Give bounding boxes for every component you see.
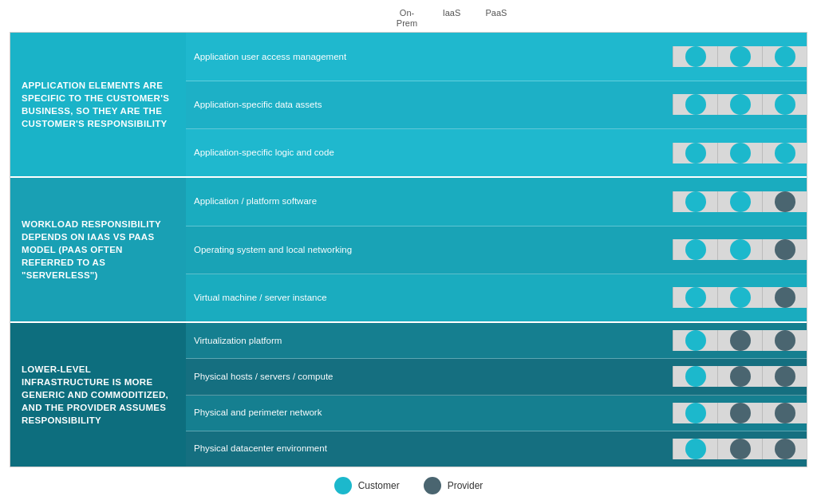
cell-onprem	[673, 94, 717, 115]
cell-iaas	[717, 366, 762, 387]
cell-paas	[762, 403, 807, 423]
cell-onprem	[673, 191, 717, 212]
circles-platform-software	[673, 191, 807, 212]
cell-onprem	[673, 403, 717, 423]
row-os-networking: Operating system and local networking	[186, 226, 807, 274]
row-logic-code: Application-specific logic and code	[186, 129, 807, 176]
circle-dark	[775, 330, 795, 351]
cell-onprem	[673, 366, 717, 387]
circle-cyan	[775, 94, 795, 115]
section-3-rows: Virtualization platform Physical hosts /…	[186, 323, 807, 467]
cell-onprem	[673, 287, 717, 308]
circles-user-access	[673, 46, 807, 67]
row-user-access: Application user access management	[186, 33, 807, 81]
circles-virtualization	[673, 330, 807, 351]
section-2-label: WORKLOAD RESPONSIBILITY DEPENDS ON IAAS …	[10, 178, 186, 321]
cell-onprem	[673, 239, 717, 260]
circle-cyan	[730, 143, 751, 163]
circle-cyan	[775, 46, 795, 67]
circle-dark	[775, 287, 795, 308]
cell-iaas	[717, 143, 762, 163]
circle-cyan	[685, 94, 706, 115]
cell-paas	[762, 143, 807, 163]
circle-dark	[775, 191, 795, 212]
legend: Customer Provider	[10, 471, 807, 498]
cell-paas	[762, 239, 807, 260]
circles-datacenter	[673, 439, 807, 459]
main-grid: APPLICATION ELEMENTS ARE SPECIFIC TO THE…	[10, 32, 807, 467]
section-1-label: APPLICATION ELEMENTS ARE SPECIFIC TO THE…	[10, 33, 186, 176]
cell-iaas	[717, 46, 762, 67]
section-2-rows: Application / platform software Operatin…	[186, 178, 807, 321]
cell-paas	[762, 439, 807, 459]
row-label-perimeter-network: Physical and perimeter network	[186, 402, 673, 423]
circles-logic-code	[673, 143, 807, 163]
row-label-logic-code: Application-specific logic and code	[186, 142, 673, 163]
cell-paas	[762, 191, 807, 212]
row-datacenter: Physical datacenter environment	[186, 431, 807, 467]
cell-paas	[762, 46, 807, 67]
legend-provider: Provider	[424, 477, 483, 494]
circle-dark	[730, 366, 751, 387]
row-label-user-access: Application user access management	[186, 46, 673, 68]
row-label-platform-software: Application / platform software	[186, 191, 673, 212]
circle-dark	[775, 239, 795, 260]
cell-iaas	[717, 330, 762, 351]
cell-iaas	[717, 287, 762, 308]
circle-cyan	[730, 46, 751, 67]
col-header-onprem: On-Prem	[385, 8, 429, 30]
circle-dark	[730, 439, 751, 459]
section-1-rows: Application user access management Appli…	[186, 33, 807, 176]
circle-cyan	[730, 191, 751, 212]
circle-cyan	[685, 439, 706, 459]
row-label-os-networking: Operating system and local networking	[186, 239, 673, 261]
cell-iaas	[717, 94, 762, 115]
circle-cyan	[775, 143, 795, 163]
cell-paas	[762, 287, 807, 308]
row-virtualization: Virtualization platform	[186, 323, 807, 359]
row-platform-software: Application / platform software	[186, 178, 807, 226]
circle-cyan	[730, 239, 751, 260]
cell-paas	[762, 366, 807, 387]
row-label-datacenter: Physical datacenter environment	[186, 438, 673, 459]
circle-cyan	[685, 191, 706, 212]
cell-iaas	[717, 439, 762, 459]
cell-onprem	[673, 439, 717, 459]
legend-customer-label: Customer	[358, 480, 400, 491]
cell-iaas	[717, 191, 762, 212]
circle-cyan	[685, 287, 706, 308]
main-container: On-Prem IaaS PaaS APPLICATION ELEMENTS A…	[0, 0, 817, 504]
row-data-assets: Application-specific data assets	[186, 81, 807, 129]
row-label-data-assets: Application-specific data assets	[186, 94, 673, 116]
circle-dark	[730, 330, 751, 351]
legend-circle-dark	[424, 477, 441, 494]
row-perimeter-network: Physical and perimeter network	[186, 396, 807, 431]
circles-vm-server	[673, 287, 807, 308]
legend-provider-label: Provider	[448, 480, 483, 491]
row-label-virtualization: Virtualization platform	[186, 330, 673, 352]
section-provider-responsibility: LOWER-LEVEL INFRASTRUCTURE IS MORE GENER…	[10, 323, 807, 467]
row-label-vm-server: Virtual machine / server instance	[186, 287, 673, 309]
circle-cyan	[730, 94, 751, 115]
circle-cyan	[685, 239, 706, 260]
cell-onprem	[673, 143, 717, 163]
row-vm-server: Virtual machine / server instance	[186, 274, 807, 321]
row-label-physical-hosts: Physical hosts / servers / compute	[186, 366, 673, 388]
circle-cyan	[685, 46, 706, 67]
circle-cyan	[685, 366, 706, 387]
circles-data-assets	[673, 94, 807, 115]
circle-cyan	[685, 330, 706, 351]
cell-paas	[762, 94, 807, 115]
cell-iaas	[717, 239, 762, 260]
cell-onprem	[673, 330, 717, 351]
row-physical-hosts: Physical hosts / servers / compute	[186, 359, 807, 395]
cell-iaas	[717, 403, 762, 423]
section-customer-responsibility: APPLICATION ELEMENTS ARE SPECIFIC TO THE…	[10, 33, 807, 178]
section-3-label: LOWER-LEVEL INFRASTRUCTURE IS MORE GENER…	[10, 323, 186, 467]
circle-dark	[730, 403, 751, 423]
col-headers-group: On-Prem IaaS PaaS	[385, 8, 519, 30]
circle-cyan	[730, 287, 751, 308]
legend-circle-cyan	[334, 477, 352, 494]
col-header-iaas: IaaS	[429, 8, 474, 30]
cell-onprem	[673, 46, 717, 67]
